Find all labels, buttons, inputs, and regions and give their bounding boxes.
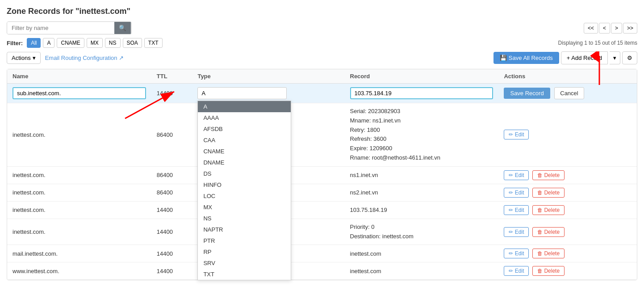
pagination-controls: << < > >> [584,23,637,34]
filter-a-button[interactable]: A [43,38,54,48]
email-routing-label: Email Routing Configuration [45,55,117,61]
edit-button[interactable]: ✏ Edit [504,227,529,237]
dropdown-item-srv[interactable]: SRV [198,257,291,269]
row-ttl: 86400 [151,166,192,184]
search-box: 🔍 [7,21,132,34]
row-record: inettest.com [345,245,499,262]
edit-button[interactable]: ✏ Edit [504,130,529,139]
actions-label: Actions [12,55,31,61]
type-select[interactable]: A AAAA AFSDB CAA CNAME DNAME DS HINFO LO… [197,87,287,99]
row-record: Priority: 0 Destination: inettest.com [345,219,499,245]
search-input[interactable] [7,22,114,34]
add-record-button[interactable]: + Add Record [561,51,608,64]
edit-button[interactable]: ✏ Edit [504,188,529,198]
dropdown-item-ptr[interactable]: PTR [198,235,291,246]
row-record: inettest.com [345,262,499,280]
first-page-button[interactable]: << [584,23,598,34]
save-record-button[interactable]: Save Record [504,88,550,99]
filter-txt-button[interactable]: TXT [144,38,163,48]
prev-page-button[interactable]: < [599,23,610,34]
type-dropdown-menu: A AAAA AFSDB CAA CNAME DNAME DS HINFO LO… [197,101,291,280]
row-ttl: 14400 [151,219,192,245]
table-row: inettest.com. 86400 Serial: 2023082903 M… [7,103,637,167]
row-name: mail.inettest.com. [7,245,151,262]
save-all-label: Save All Records [509,55,553,61]
filter-soa-button[interactable]: SOA [123,38,142,48]
type-select-container: A AAAA AFSDB CAA CNAME DNAME DS HINFO LO… [197,87,287,99]
row-ttl: 86400 [151,103,192,167]
settings-button[interactable]: ⚙ [622,51,637,64]
delete-button[interactable]: 🗑 Delete [532,205,565,215]
record-edit-input[interactable] [350,87,493,99]
row-record: ns2.inet.vn [345,184,499,201]
filter-cname-button[interactable]: CNAME [57,38,84,48]
filter-label: Filter: [7,40,23,46]
table-row: inettest.com. 14400 Priority: 0 Destinat… [7,219,637,245]
filter-mx-button[interactable]: MX [87,38,103,48]
row-name: inettest.com. [7,103,151,167]
dropdown-item-dname[interactable]: DNAME [198,157,291,168]
dropdown-item-aaaa[interactable]: AAAA [198,112,291,123]
dropdown-item-txt[interactable]: TXT [198,269,291,280]
delete-button[interactable]: 🗑 Delete [532,170,565,180]
external-link-icon: ↗ [119,55,124,61]
row-name: inettest.com. [7,201,151,219]
row-ttl: 14400 [151,201,192,219]
table-row: inettest.com. 86400 ns2.inet.vn ✏ Edit 🗑… [7,184,637,201]
col-type: Type [192,69,344,84]
row-name: inettest.com. [7,184,151,201]
actions-dropdown-icon: ▾ [33,55,36,61]
table-row: inettest.com. 14400 103.75.184.19 ✏ Edit… [7,201,637,219]
edit-button[interactable]: ✏ Edit [504,266,529,276]
save-icon: 💾 [500,55,507,61]
dropdown-item-naptr[interactable]: NAPTR [198,224,291,235]
dropdown-item-cname[interactable]: CNAME [198,146,291,157]
records-table-container: Name TTL Type Record Actions 14400 [7,69,637,280]
col-name: Name [7,69,151,84]
next-page-button[interactable]: > [611,23,622,34]
search-icon: 🔍 [119,25,126,31]
dropdown-item-hinfo[interactable]: HINFO [198,179,291,190]
save-record-label: Save Record [510,90,544,97]
col-ttl: TTL [151,69,192,84]
filter-ns-button[interactable]: NS [105,38,121,48]
edit-button[interactable]: ✏ Edit [504,170,529,180]
dropdown-item-afsdb[interactable]: AFSDB [198,123,291,135]
dropdown-item-loc[interactable]: LOC [198,190,291,202]
toolbar: Actions ▾ Email Routing Configuration ↗ … [7,51,637,64]
name-edit-input[interactable] [13,87,146,99]
dropdown-item-a[interactable]: A [198,101,291,112]
row-ttl: 14400 [151,245,192,262]
edit-row: 14400 A AAAA AFSDB CAA CNAME DNAME DS [7,84,637,103]
col-record: Record [345,69,499,84]
page-title: Zone Records for "inettest.com" [7,7,637,16]
dropdown-item-mx[interactable]: MX [198,202,291,213]
filter-all-button[interactable]: All [27,38,41,48]
row-name: inettest.com. [7,166,151,184]
dropdown-item-caa[interactable]: CAA [198,135,291,146]
actions-button[interactable]: Actions ▾ [7,52,41,64]
last-page-button[interactable]: >> [623,23,637,34]
email-routing-link[interactable]: Email Routing Configuration ↗ [45,55,124,61]
row-name: inettest.com. [7,219,151,245]
table-row: mail.inettest.com. 14400 CNAME inettest.… [7,245,637,262]
delete-button[interactable]: 🗑 Delete [532,266,565,276]
table-row: inettest.com. 86400 ns1.inet.vn ✏ Edit 🗑… [7,166,637,184]
save-all-button[interactable]: 💾 Save All Records [493,52,559,64]
edit-button[interactable]: ✏ Edit [504,205,529,215]
col-actions: Actions [498,69,637,84]
delete-button[interactable]: 🗑 Delete [532,249,565,258]
search-button[interactable]: 🔍 [114,22,131,34]
cancel-button[interactable]: Cancel [554,87,584,99]
edit-button[interactable]: ✏ Edit [504,249,529,258]
dropdown-item-rp[interactable]: RP [198,246,291,257]
dropdown-item-ds[interactable]: DS [198,168,291,179]
add-record-dropdown-button[interactable]: ▾ [610,51,620,64]
delete-button[interactable]: 🗑 Delete [532,188,565,198]
gear-icon: ⚙ [627,55,632,61]
delete-button[interactable]: 🗑 Delete [532,227,565,237]
row-record: 103.75.184.19 [345,201,499,219]
records-table: Name TTL Type Record Actions 14400 [7,69,637,280]
pagination-display: Displaying 1 to 15 out of 15 items [558,40,637,46]
dropdown-item-ns[interactable]: NS [198,213,291,224]
